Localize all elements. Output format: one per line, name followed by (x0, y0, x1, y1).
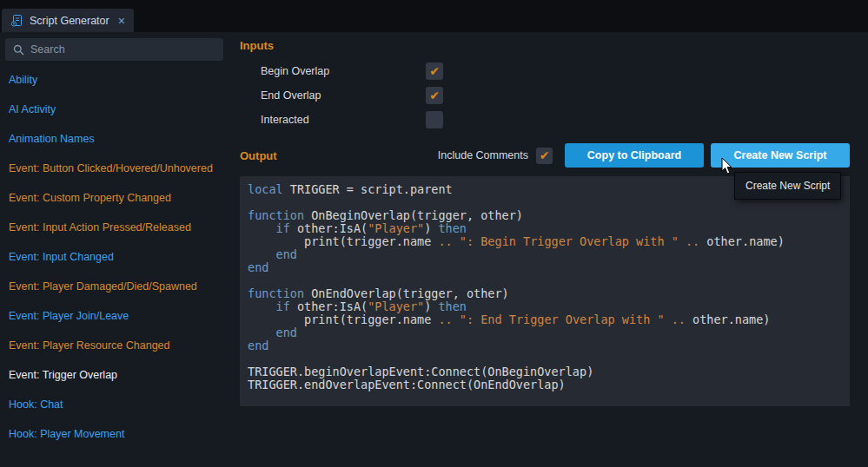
check-icon: ✔ (429, 89, 440, 102)
sidebar-item[interactable]: Event: Custom Property Changed (0, 183, 229, 213)
include-comments-label: Include Comments (438, 149, 528, 161)
tab-label: Script Generator (30, 15, 109, 27)
sidebar-item[interactable]: Hook: Player Movement (0, 419, 229, 449)
main-panel: Inputs Begin Overlap✔End Overlap✔Interac… (240, 32, 850, 467)
sidebar-item[interactable]: Hook: Chat (0, 390, 229, 419)
check-icon: ✔ (429, 65, 440, 77)
code-line: print(trigger.name .. ": End Trigger Ove… (248, 313, 850, 326)
include-comments-checkbox[interactable]: ✔ (536, 148, 553, 164)
code-line: print(trigger.name .. ": Begin Trigger O… (248, 235, 850, 248)
checkbox[interactable] (426, 111, 443, 128)
code-line: TRIGGER.endOverlapEvent:Connect(OnEndOve… (248, 378, 850, 391)
sidebar-item[interactable]: Event: Player Resource Changed (0, 331, 229, 360)
script-generator-window: Script Generator × AbilityAI ActivityAni… (0, 0, 868, 467)
sidebar-item[interactable]: Event: Input Action Pressed/Released (0, 213, 229, 242)
sidebar: AbilityAI ActivityAnimation NamesEvent: … (0, 32, 229, 467)
close-icon[interactable]: × (118, 15, 125, 27)
checkbox[interactable]: ✔ (426, 62, 443, 80)
output-toolbar: Output Include Comments ✔ Copy to Clipbo… (240, 143, 850, 168)
code-line: TRIGGER.beginOverlapEvent:Connect(OnBegi… (248, 365, 850, 378)
code-line: end (248, 248, 850, 261)
create-new-script-button[interactable]: Create New Script (711, 143, 850, 168)
script-gear-icon (10, 14, 23, 27)
code-line (248, 274, 850, 287)
sidebar-item[interactable]: Ability (0, 65, 229, 95)
input-label: Interacted (240, 114, 426, 126)
script-type-list: AbilityAI ActivityAnimation NamesEvent: … (0, 65, 229, 449)
sidebar-item[interactable]: Event: Input Changed (0, 242, 229, 272)
sidebar-item[interactable]: Event: Player Join/Leave (0, 301, 229, 331)
code-line: function OnEndOverlap(trigger, other) (248, 287, 850, 300)
search-input[interactable] (30, 43, 215, 56)
code-line: end (248, 261, 850, 274)
tab-script-generator[interactable]: Script Generator × (2, 9, 134, 32)
checkbox[interactable]: ✔ (426, 87, 443, 104)
sidebar-item[interactable]: Event: Button Clicked/Hovered/Unhovered (0, 154, 229, 183)
code-line: if other:IsA("Player") then (248, 300, 850, 313)
copy-to-clipboard-button[interactable]: Copy to Clipboard (565, 143, 704, 168)
sidebar-item[interactable]: Event: Player Damaged/Died/Spawned (0, 272, 229, 301)
create-script-tooltip: Create New Script (734, 172, 841, 200)
code-line: end (248, 326, 850, 339)
input-label: Begin Overlap (240, 65, 426, 77)
input-row: End Overlap✔ (240, 83, 443, 108)
code-line: if other:IsA("Player") then (248, 222, 850, 235)
input-row: Interacted (240, 108, 443, 132)
inputs-header: Inputs (240, 39, 274, 52)
code-line: end (248, 339, 850, 352)
input-label: End Overlap (240, 89, 426, 102)
sidebar-item[interactable]: Event: Trigger Overlap (0, 360, 229, 390)
inputs-section: Begin Overlap✔End Overlap✔Interacted (240, 59, 443, 132)
code-line (248, 352, 850, 365)
sidebar-item[interactable]: AI Activity (0, 95, 229, 124)
code-line: function OnBeginOverlap(trigger, other) (248, 209, 850, 222)
sidebar-item[interactable]: Animation Names (0, 124, 229, 154)
search-icon (13, 44, 24, 56)
input-row: Begin Overlap✔ (240, 59, 443, 83)
code-output[interactable]: local TRIGGER = script.parent function O… (240, 176, 850, 406)
titlebar: Script Generator × (0, 0, 868, 32)
output-header: Output (240, 149, 277, 162)
check-icon: ✔ (540, 149, 550, 161)
search-box[interactable] (5, 38, 223, 61)
